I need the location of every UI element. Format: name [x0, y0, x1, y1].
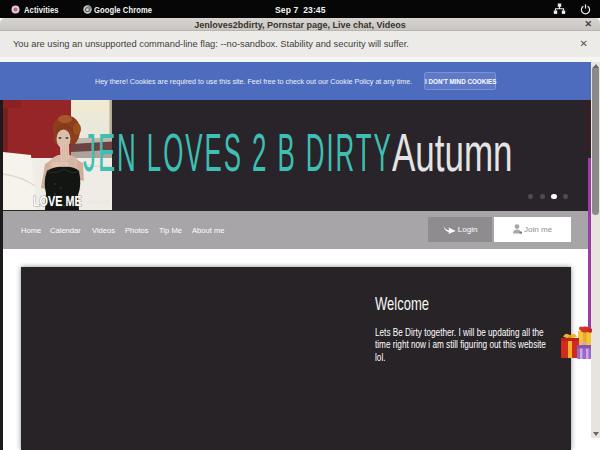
- svg-text:LOVE ME: LOVE ME: [33, 192, 82, 209]
- svg-text:JENLUV2B: JENLUV2B: [87, 200, 110, 205]
